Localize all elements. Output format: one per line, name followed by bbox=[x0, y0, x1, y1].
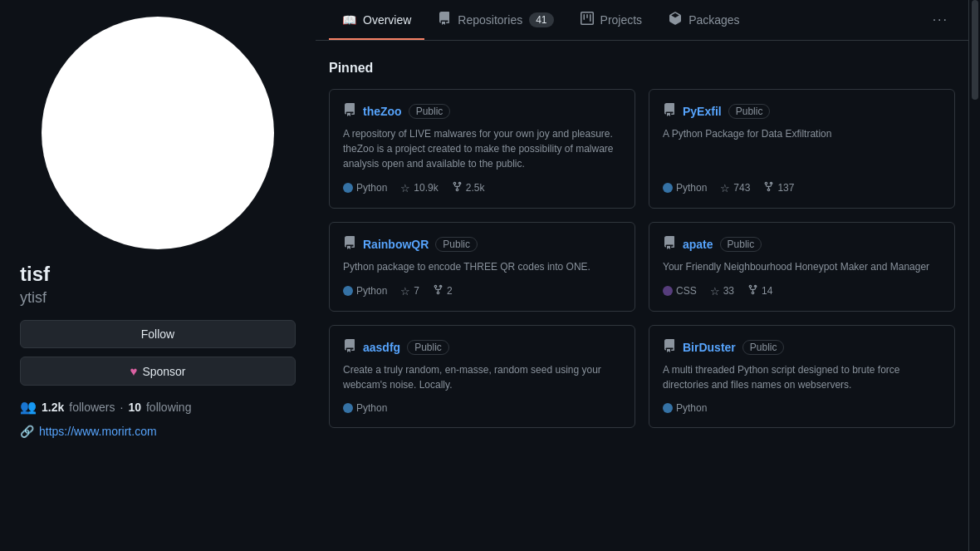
followers-label: followers bbox=[69, 401, 115, 414]
language-label: CSS bbox=[676, 285, 697, 297]
repo-badge: Public bbox=[407, 340, 449, 355]
stars-count: 7 bbox=[414, 285, 419, 297]
sponsor-label: Sponsor bbox=[142, 365, 185, 378]
repo-card: apate Public Your Friendly Neighbourhood… bbox=[649, 222, 955, 312]
forks-count: 137 bbox=[777, 182, 794, 194]
language-label: Python bbox=[356, 182, 387, 194]
tab-projects[interactable]: Projects bbox=[567, 0, 656, 41]
repo-footer: Python ☆ 7 2 bbox=[343, 284, 621, 298]
content-area: Pinned theZoo Public A repository of LIV… bbox=[316, 41, 968, 551]
repo-description: A repository of LIVE malwares for your o… bbox=[343, 126, 621, 171]
sidebar: tisf ytisf Follow ♥ Sponsor 👥 1.2k follo… bbox=[0, 0, 316, 551]
forks-count: 14 bbox=[762, 285, 772, 297]
repo-name[interactable]: RainbowQR bbox=[363, 238, 429, 251]
tab-packages-label: Packages bbox=[688, 13, 739, 27]
repo-header: theZoo Public bbox=[343, 103, 621, 120]
repo-name[interactable]: PyExfil bbox=[683, 105, 722, 118]
repo-header: PyExfil Public bbox=[663, 103, 941, 120]
forks-stat: 2.5k bbox=[452, 181, 485, 194]
language-label: Python bbox=[676, 182, 707, 194]
follow-button[interactable]: Follow bbox=[20, 320, 296, 348]
language-dot bbox=[663, 286, 673, 296]
tab-overview[interactable]: 📖 Overview bbox=[329, 2, 424, 40]
sponsor-button[interactable]: ♥ Sponsor bbox=[20, 357, 296, 386]
fork-icon bbox=[763, 181, 774, 194]
forks-stat: 14 bbox=[747, 284, 772, 298]
tab-repositories[interactable]: Repositories 41 bbox=[424, 0, 566, 41]
repo-badge: Public bbox=[435, 237, 478, 252]
language-dot bbox=[663, 403, 673, 413]
stars-stat: ☆ 10.9k bbox=[400, 182, 438, 194]
repo-icon bbox=[663, 103, 676, 120]
repo-icon bbox=[343, 339, 356, 356]
repo-badge: Public bbox=[728, 104, 771, 119]
repo-icon bbox=[343, 103, 356, 120]
stars-stat: ☆ 743 bbox=[720, 182, 750, 194]
stars-count: 33 bbox=[723, 285, 734, 297]
language-label: Python bbox=[356, 285, 387, 297]
repo-name[interactable]: theZoo bbox=[363, 105, 402, 118]
repo-description: Python package to encode THREE QR codes … bbox=[343, 259, 621, 274]
language-item: Python bbox=[663, 402, 707, 414]
website-url: https://www.morirt.com bbox=[39, 425, 157, 438]
main-content: 📖 Overview Repositories 41 Projects Pack… bbox=[316, 0, 968, 551]
people-icon: 👥 bbox=[20, 399, 37, 415]
repo-badge: Public bbox=[742, 340, 785, 355]
forks-count: 2 bbox=[447, 285, 453, 297]
repo-footer: CSS ☆ 33 14 bbox=[663, 284, 941, 298]
star-icon: ☆ bbox=[400, 285, 410, 298]
repo-header: RainbowQR Public bbox=[343, 236, 621, 253]
repo-footer: Python bbox=[343, 402, 621, 414]
language-label: Python bbox=[676, 402, 707, 414]
repo-tab-icon bbox=[438, 12, 451, 27]
forks-stat: 2 bbox=[433, 284, 453, 298]
language-dot bbox=[343, 286, 353, 296]
tab-packages[interactable]: Packages bbox=[655, 0, 752, 41]
tab-repos-label: Repositories bbox=[458, 13, 522, 27]
repo-name[interactable]: apate bbox=[683, 238, 713, 251]
language-dot bbox=[663, 183, 673, 193]
website-link[interactable]: 🔗 https://www.morirt.com bbox=[20, 425, 157, 438]
pinned-grid: theZoo Public A repository of LIVE malwa… bbox=[329, 89, 955, 428]
repo-card: BirDuster Public A multi threaded Python… bbox=[649, 325, 955, 428]
repo-name[interactable]: aasdfg bbox=[363, 341, 400, 354]
following-count[interactable]: 10 bbox=[128, 401, 141, 414]
forks-count: 2.5k bbox=[466, 182, 485, 194]
tab-overview-label: Overview bbox=[363, 13, 411, 27]
followers-count[interactable]: 1.2k bbox=[42, 401, 64, 414]
scrollbar-thumb[interactable] bbox=[972, 0, 978, 100]
followers-info: 👥 1.2k followers · 10 following bbox=[20, 399, 191, 415]
nav-more-button[interactable]: ··· bbox=[926, 1, 955, 39]
repo-description: Your Friendly Neighbourhood Honeypot Mak… bbox=[663, 259, 941, 274]
language-item: CSS bbox=[663, 285, 697, 297]
star-icon: ☆ bbox=[710, 285, 720, 298]
repo-name[interactable]: BirDuster bbox=[683, 341, 736, 354]
fork-icon bbox=[747, 284, 758, 298]
repo-description: A multi threaded Python script designed … bbox=[663, 362, 941, 392]
repo-icon bbox=[663, 339, 676, 356]
repo-header: aasdfg Public bbox=[343, 339, 621, 356]
repo-footer: Python bbox=[663, 402, 941, 414]
repo-description: A Python Package for Data Exfiltration bbox=[663, 126, 941, 171]
language-item: Python bbox=[343, 285, 387, 297]
repo-description: Create a truly random, en-masse, random … bbox=[343, 362, 621, 392]
repo-card: theZoo Public A repository of LIVE malwa… bbox=[329, 89, 635, 209]
repo-icon bbox=[343, 236, 356, 253]
language-item: Python bbox=[343, 182, 387, 194]
nav-tabs: 📖 Overview Repositories 41 Projects Pack… bbox=[316, 0, 968, 41]
repos-badge: 41 bbox=[529, 12, 553, 27]
stars-stat: ☆ 33 bbox=[710, 285, 734, 298]
repo-badge: Public bbox=[720, 237, 762, 252]
scrollbar-rail[interactable] bbox=[968, 0, 980, 551]
fork-icon bbox=[433, 284, 443, 298]
repo-footer: Python ☆ 10.9k 2.5k bbox=[343, 181, 621, 194]
forks-stat: 137 bbox=[763, 181, 794, 194]
package-tab-icon bbox=[669, 12, 682, 27]
book-icon: 📖 bbox=[342, 13, 356, 27]
tab-projects-label: Projects bbox=[600, 13, 643, 27]
pinned-title: Pinned bbox=[329, 61, 955, 76]
language-dot bbox=[343, 183, 353, 193]
heart-icon: ♥ bbox=[130, 364, 137, 378]
repo-card: PyExfil Public A Python Package for Data… bbox=[649, 89, 955, 209]
language-dot bbox=[343, 403, 353, 413]
